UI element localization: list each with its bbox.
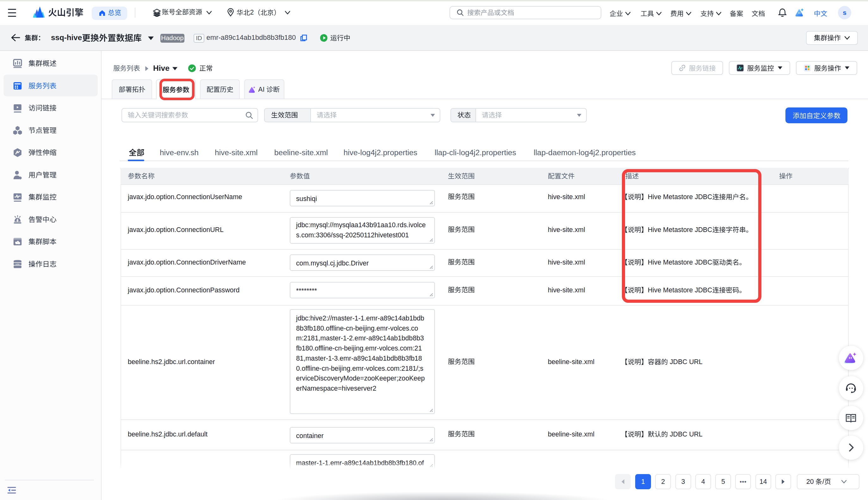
svg-text:LOG: LOG — [15, 263, 20, 265]
